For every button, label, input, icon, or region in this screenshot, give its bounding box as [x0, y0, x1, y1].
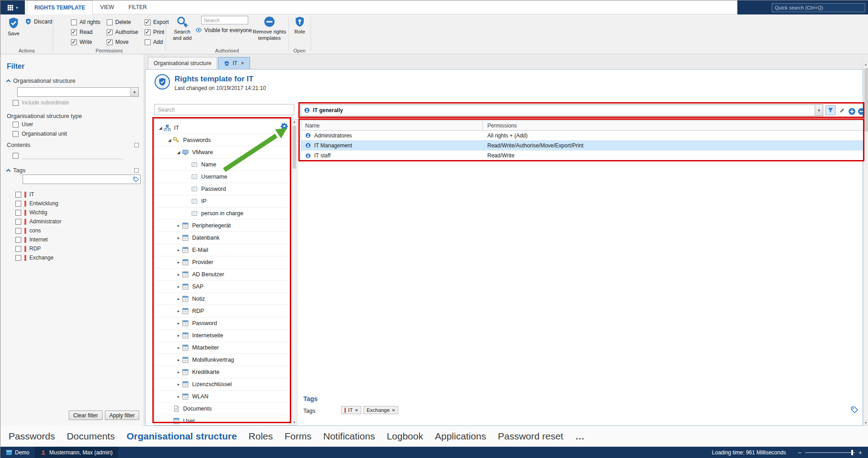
nav-item-applications[interactable]: Applications: [435, 431, 486, 442]
filter-rights-button[interactable]: [826, 105, 835, 115]
tree-item-password[interactable]: ▸Password: [155, 317, 290, 330]
scroll-down-icon[interactable]: ▼: [863, 421, 868, 425]
tree-item-vmware[interactable]: ◢VMware: [155, 146, 290, 159]
permission-checkbox-authorise[interactable]: [107, 29, 113, 35]
role-button[interactable]: Role: [290, 16, 310, 35]
discard-button[interactable]: Discard: [25, 18, 52, 25]
tree-expand-icon[interactable]: ▸: [175, 345, 182, 350]
tree-item-mobilfunkvertrag[interactable]: ▸Mobilfunkvertrag: [155, 354, 290, 366]
tree-item-mitarbeiter[interactable]: ▸Mitarbeiter: [155, 342, 290, 354]
column-header-name[interactable]: Name: [301, 121, 483, 130]
tree-item-sap[interactable]: ▸SAP: [155, 281, 290, 293]
tree-expand-icon[interactable]: ▸: [175, 394, 182, 399]
tree-expand-icon[interactable]: ▸: [175, 236, 182, 240]
tree-item-internetseite[interactable]: ▸Internetseite: [155, 330, 290, 342]
zoom-out-button[interactable]: −: [798, 449, 802, 456]
nav-item-more[interactable]: …: [575, 431, 585, 442]
tree-item-it[interactable]: ◢IT: [155, 122, 290, 134]
tree-expand-icon[interactable]: ◢: [166, 138, 173, 142]
tag-checkbox-rdp[interactable]: [15, 246, 21, 252]
tree-item-lizenzschl-ssel[interactable]: ▸Lizenzschlüssel: [155, 378, 290, 391]
tree-item-person-in-charge[interactable]: person in charge: [155, 208, 290, 220]
search-and-add-button[interactable]: Search and add: [169, 16, 195, 42]
rights-group-selector[interactable]: IT generally ▾: [301, 104, 823, 116]
tree-expand-icon[interactable]: ▸: [175, 272, 182, 277]
tree-item-password[interactable]: Password: [155, 183, 290, 195]
scrollbar-thumb[interactable]: [292, 126, 296, 169]
tree-item-provider[interactable]: ▸Provider: [155, 256, 290, 269]
column-header-permissions[interactable]: Permissions: [483, 121, 863, 130]
scroll-up-icon[interactable]: ▲: [292, 120, 297, 124]
tree-item-username[interactable]: Username: [155, 171, 290, 183]
tree-item-user[interactable]: User: [155, 415, 290, 425]
zoom-slider[interactable]: [805, 452, 855, 453]
nav-item-notifications[interactable]: Notifications: [323, 431, 375, 442]
zoom-slider-thumb[interactable]: [851, 450, 853, 455]
tree-expand-icon[interactable]: ▸: [175, 358, 182, 362]
clear-filter-button[interactable]: Clear filter: [69, 411, 103, 420]
visible-for-everyone-button[interactable]: Visible for everyone: [195, 27, 252, 33]
tree-expand-icon[interactable]: ▸: [175, 333, 182, 338]
permission-checkbox-export[interactable]: [145, 19, 151, 25]
tag-filter-row-it[interactable]: IT: [15, 190, 61, 199]
tree-item-passwords[interactable]: ◢Passwords: [155, 134, 290, 146]
tag-checkbox-it[interactable]: [15, 192, 21, 198]
tree-item-name[interactable]: Name: [155, 159, 290, 171]
nav-item-forms[interactable]: Forms: [285, 431, 312, 442]
tag-filter-row-cons[interactable]: cons: [15, 226, 61, 235]
tag-chip-exchange[interactable]: Exchange×: [363, 406, 398, 414]
include-subordinate-checkbox[interactable]: [13, 100, 19, 106]
tag-checkbox-internet[interactable]: [15, 237, 21, 243]
table-row-it-staff[interactable]: IT staffRead/Write: [301, 151, 863, 161]
tag-checkbox-wichtig[interactable]: [15, 210, 21, 216]
ribbon-tab-filter[interactable]: FILTER: [121, 0, 154, 14]
quick-search-input[interactable]: [772, 3, 865, 12]
tree-item-peripherieger-t[interactable]: ▸Peripheriegerät: [155, 220, 290, 232]
tag-filter-row-entwicklung[interactable]: Entwicklung: [15, 199, 61, 208]
table-row-it-management[interactable]: IT ManagementRead/Write/Authorise/Move/E…: [301, 141, 863, 151]
permission-checkbox-print[interactable]: [145, 29, 151, 35]
permission-checkbox-delete[interactable]: [107, 19, 113, 25]
tree-expand-icon[interactable]: ◢: [157, 126, 164, 130]
include-subordinate-checkbox-row[interactable]: Include subordinate: [13, 99, 69, 106]
permission-option-all-rights[interactable]: All rights: [71, 17, 100, 27]
tree-expand-icon[interactable]: ▸: [175, 382, 182, 387]
orgtype-option-user[interactable]: User: [13, 121, 67, 127]
edit-rights-group-button[interactable]: [837, 105, 847, 115]
app-menu-button[interactable]: ▾: [0, 0, 25, 14]
tag-filter-row-rdp[interactable]: RDP: [15, 244, 61, 253]
tree-item-documents[interactable]: Documents: [155, 403, 290, 415]
organisational-structure-combo[interactable]: ▾: [17, 87, 139, 97]
permission-option-delete[interactable]: Delete: [107, 17, 138, 27]
tree-scrollbar[interactable]: ▲ ▼: [291, 119, 297, 425]
tree-item-e-mail[interactable]: ▸E-Mail: [155, 244, 290, 256]
chevron-down-icon[interactable]: ▾: [130, 88, 138, 96]
scroll-down-icon[interactable]: ▼: [292, 420, 297, 425]
tree-expand-icon[interactable]: ▸: [175, 223, 182, 228]
tree-item-ad-benutzer[interactable]: ▸AD Benutzer: [155, 269, 290, 281]
contents-checkbox[interactable]: [13, 153, 19, 159]
tree-item-ip[interactable]: IP: [155, 195, 290, 208]
orgtype-checkbox-user[interactable]: [13, 122, 19, 127]
tree-item-kreditkarte[interactable]: ▸Kreditkarte: [155, 366, 290, 378]
tree-item-notiz[interactable]: ▸Notiz: [155, 293, 290, 305]
tag-checkbox-cons[interactable]: [15, 228, 21, 234]
contents-filter-row[interactable]: [13, 152, 123, 159]
tree-search-input[interactable]: [154, 104, 294, 115]
content-scrollbar[interactable]: ▲ ▼: [863, 61, 868, 426]
add-rights-group-button[interactable]: [847, 106, 857, 116]
permission-checkbox-add[interactable]: [145, 39, 151, 45]
nav-item-documents[interactable]: Documents: [67, 431, 115, 442]
permission-option-authorise[interactable]: Authorise: [107, 27, 138, 37]
tag-chip-it[interactable]: IT×: [341, 406, 361, 414]
tag-filter-row-wichtig[interactable]: Wichtig: [15, 208, 61, 217]
tree-item-rdp[interactable]: ▸RDP: [155, 305, 290, 317]
nav-item-roles[interactable]: Roles: [249, 431, 273, 442]
permission-checkbox-read[interactable]: [71, 29, 77, 35]
tag-filter-row-administrator[interactable]: Administrator: [15, 217, 61, 226]
user-segment[interactable]: Mustermann, Max (admin): [35, 447, 118, 458]
permission-option-move[interactable]: Move: [107, 37, 138, 47]
apply-filter-button[interactable]: Apply filter: [105, 411, 139, 420]
tree-expand-icon[interactable]: ▸: [175, 284, 182, 289]
scroll-up-icon[interactable]: ▲: [863, 62, 868, 66]
